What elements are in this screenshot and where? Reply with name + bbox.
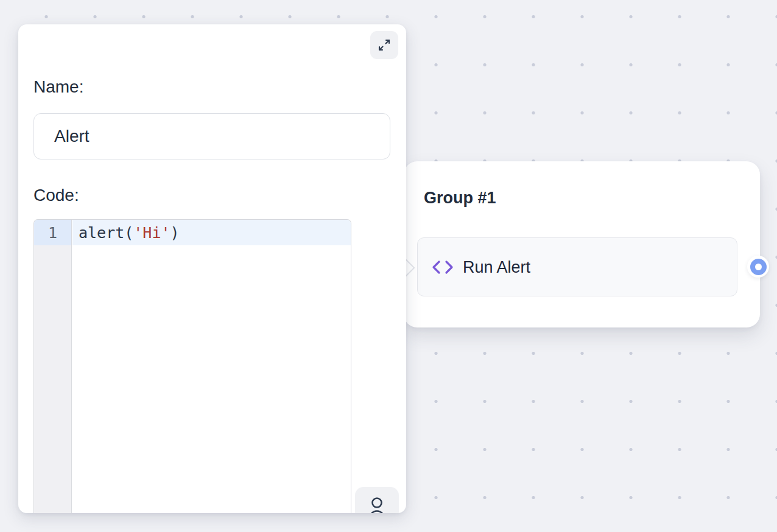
code-token: alert( [79, 224, 133, 242]
person-icon [368, 497, 386, 513]
name-input[interactable] [33, 113, 390, 159]
code-editor[interactable]: 1 alert('Hi') [33, 219, 351, 513]
source-handle-ring [750, 259, 767, 275]
editor-gutter: 1 [34, 220, 72, 513]
user-button[interactable] [355, 487, 399, 513]
line-number: 1 [34, 220, 71, 245]
code-token-string: 'Hi' [133, 224, 170, 242]
code-icon [432, 259, 454, 276]
group-title: Group #1 [424, 188, 496, 208]
name-label: Name: [33, 77, 83, 97]
group-node-card[interactable]: Group #1 Run Alert [404, 161, 760, 327]
source-handle[interactable] [747, 256, 769, 278]
node-label: Run Alert [463, 258, 530, 276]
flow-canvas[interactable]: Group #1 Run Alert Name: Code: [0, 0, 777, 532]
code-token: ) [171, 224, 180, 242]
code-line[interactable]: alert('Hi') [72, 220, 351, 245]
expand-button[interactable] [370, 31, 398, 59]
code-label: Code: [33, 185, 79, 206]
run-alert-node[interactable]: Run Alert [417, 237, 737, 296]
node-editor-panel: Name: Code: 1 alert('Hi') [18, 24, 406, 513]
expand-icon [377, 38, 392, 52]
